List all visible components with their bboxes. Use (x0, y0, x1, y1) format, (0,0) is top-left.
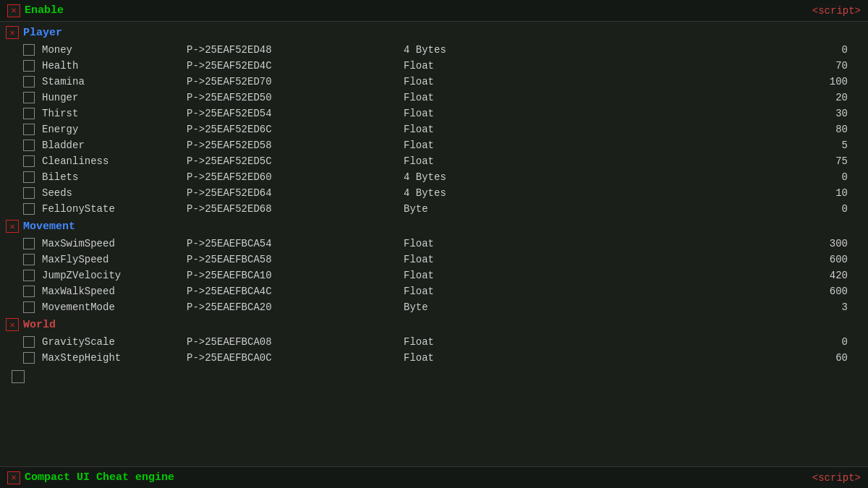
checkbox-player-10[interactable] (23, 203, 35, 215)
row-address: P->25EAEFBCA58 (187, 254, 404, 265)
table-row: BiletsP->25EAF52ED604 Bytes0 (0, 169, 868, 185)
table-row: HealthP->25EAF52ED4CFloat70 (0, 58, 868, 74)
row-address: P->25EAF52ED64 (187, 187, 404, 199)
row-type: Byte (404, 301, 548, 313)
table-row: MoneyP->25EAF52ED484 Bytes0 (0, 42, 868, 58)
checkbox-player-2[interactable] (23, 76, 35, 87)
table-row: MovementModeP->25EAEFBCA20Byte3 (0, 299, 868, 315)
row-value[interactable]: 80 (548, 124, 862, 135)
row-type: Float (404, 270, 548, 281)
row-name: JumpZVelocity (42, 270, 187, 281)
section-label-player: Player (23, 27, 62, 39)
row-type: Float (404, 155, 548, 167)
section-label-movement: Movement (23, 221, 75, 233)
row-value[interactable]: 75 (548, 155, 862, 167)
row-type: Float (404, 124, 548, 135)
section-toggle-movement[interactable]: ✕ (6, 220, 19, 233)
bottom-bar: ✕ Compact UI Cheat engine <script> (0, 466, 868, 488)
row-value[interactable]: 300 (548, 238, 862, 249)
section-label-world: World (23, 319, 56, 331)
bottom-x-box[interactable]: ✕ (7, 471, 20, 484)
checkbox-movement-3[interactable] (23, 286, 35, 297)
section-header-player: ✕Player (0, 23, 868, 42)
table-row: CleanlinessP->25EAF52ED5CFloat75 (0, 153, 868, 169)
row-address: P->25EAF52ED6C (187, 124, 404, 135)
row-value[interactable]: 600 (548, 286, 862, 297)
row-value[interactable]: 10 (548, 187, 862, 199)
row-address: P->25EAEFBCA54 (187, 238, 404, 249)
checkbox-movement-4[interactable] (23, 301, 35, 313)
row-value[interactable]: 70 (548, 60, 862, 72)
row-name: Energy (42, 124, 187, 135)
checkbox-player-4[interactable] (23, 108, 35, 119)
row-address: P->25EAF52ED60 (187, 171, 404, 183)
row-value[interactable]: 0 (548, 44, 862, 56)
row-address: P->25EAEFBCA4C (187, 286, 404, 297)
section-header-movement: ✕Movement (0, 217, 868, 236)
row-type: Byte (404, 203, 548, 215)
table-row: MaxFlySpeedP->25EAEFBCA58Float600 (0, 252, 868, 267)
row-type: Float (404, 60, 548, 72)
table-row: SeedsP->25EAF52ED644 Bytes10 (0, 185, 868, 201)
table-row: BladderP->25EAF52ED58Float5 (0, 137, 868, 153)
row-address: P->25EAF52ED4C (187, 60, 404, 72)
row-type: 4 Bytes (404, 187, 548, 199)
row-value[interactable]: 5 (548, 140, 862, 151)
row-value[interactable]: 30 (548, 108, 862, 119)
checkbox-movement-1[interactable] (23, 254, 35, 265)
table-row: JumpZVelocityP->25EAEFBCA10Float420 (0, 267, 868, 283)
row-name: Cleanliness (42, 155, 187, 167)
row-address: P->25EAEFBCA20 (187, 301, 404, 313)
row-address: P->25EAF52ED48 (187, 44, 404, 56)
checkbox-world-1[interactable] (23, 352, 35, 364)
row-name: Thirst (42, 108, 187, 119)
table-row: GravityScaleP->25EAEFBCA08Float0 (0, 334, 868, 350)
row-type: Float (404, 286, 548, 297)
checkbox-player-3[interactable] (23, 92, 35, 103)
row-value[interactable]: 3 (548, 301, 862, 313)
row-address: P->25EAEFBCA10 (187, 270, 404, 281)
checkbox-movement-0[interactable] (23, 238, 35, 249)
table-row: StaminaP->25EAF52ED70Float100 (0, 74, 868, 90)
row-value[interactable]: 60 (548, 352, 862, 364)
row-name: Stamina (42, 76, 187, 87)
checkbox-player-7[interactable] (23, 155, 35, 167)
row-type: Float (404, 254, 548, 265)
standalone-checkbox[interactable] (12, 370, 25, 383)
table-row: MaxStepHeightP->25EAEFBCA0CFloat60 (0, 350, 868, 366)
checkbox-player-6[interactable] (23, 140, 35, 151)
row-value[interactable]: 20 (548, 92, 862, 103)
checkbox-player-8[interactable] (23, 171, 35, 183)
row-value[interactable]: 600 (548, 254, 862, 265)
checkbox-player-1[interactable] (23, 60, 35, 72)
section-toggle-player[interactable]: ✕ (6, 26, 19, 39)
row-value[interactable]: 0 (548, 203, 862, 215)
row-name: MovementMode (42, 301, 187, 313)
row-address: P->25EAF52ED68 (187, 203, 404, 215)
row-address: P->25EAF52ED50 (187, 92, 404, 103)
section-toggle-world[interactable]: ✕ (6, 318, 19, 331)
checkbox-movement-2[interactable] (23, 270, 35, 281)
table-row: EnergyP->25EAF52ED6CFloat80 (0, 121, 868, 137)
row-address: P->25EAEFBCA08 (187, 336, 404, 348)
row-value[interactable]: 420 (548, 270, 862, 281)
checkbox-world-0[interactable] (23, 336, 35, 348)
table-row: MaxSwimSpeedP->25EAEFBCA54Float300 (0, 236, 868, 252)
checkbox-player-0[interactable] (23, 44, 35, 56)
row-type: 4 Bytes (404, 44, 548, 56)
row-type: Float (404, 336, 548, 348)
row-value[interactable]: 0 (548, 336, 862, 348)
row-type: 4 Bytes (404, 171, 548, 183)
row-type: Float (404, 352, 548, 364)
row-name: GravityScale (42, 336, 187, 348)
checkbox-player-5[interactable] (23, 124, 35, 135)
row-name: FellonyState (42, 203, 187, 215)
row-value[interactable]: 0 (548, 171, 862, 183)
row-address: P->25EAF52ED54 (187, 108, 404, 119)
enable-x-box[interactable]: ✕ (7, 4, 20, 17)
compact-label: Compact UI Cheat engine (25, 471, 174, 484)
enable-label: Enable (25, 4, 64, 17)
checkbox-player-9[interactable] (23, 187, 35, 199)
row-value[interactable]: 100 (548, 76, 862, 87)
table-row: ThirstP->25EAF52ED54Float30 (0, 106, 868, 121)
